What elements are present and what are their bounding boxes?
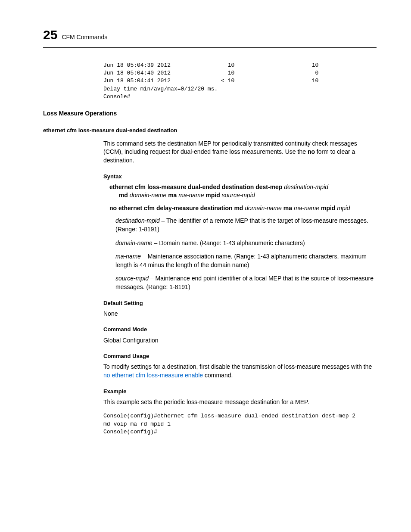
- syntax-heading: Syntax: [103, 173, 377, 180]
- parameter-list: destination-mpid – The identifier of a r…: [115, 217, 377, 291]
- syntax-bold: md: [119, 192, 130, 199]
- usage-heading: Command Usage: [103, 352, 377, 360]
- syntax-italic: domain-name: [130, 192, 167, 199]
- syntax-italic: ma-name: [178, 192, 204, 199]
- syntax-bold: ma: [166, 192, 178, 199]
- chapter-title: CFM Commands: [62, 33, 107, 42]
- param-desc: – Maintenance association name. (Range: …: [115, 253, 367, 268]
- param-name: ma-name: [115, 253, 141, 260]
- default-heading: Default Setting: [103, 299, 377, 307]
- param-destination-mpid: destination-mpid – The identifier of a r…: [115, 217, 377, 233]
- intro-paragraph: This command sets the destination MEP fo…: [103, 140, 377, 165]
- param-ma-name: ma-name – Maintenance association name. …: [115, 252, 377, 269]
- syntax-2: no ethernet cfm delay-measure destinatio…: [115, 204, 377, 213]
- section-heading-loss: Loss Measure Operations: [43, 109, 377, 118]
- param-source-mpid: source-mpid – Maintenance end point iden…: [115, 274, 377, 291]
- page-header: 25 CFM Commands: [43, 26, 377, 48]
- command-body: This command sets the destination MEP fo…: [103, 140, 377, 407]
- param-name: domain-name: [115, 240, 153, 246]
- example-heading: Example: [103, 388, 377, 395]
- param-name: destination-mpid: [115, 217, 160, 224]
- syntax-1: ethernet cfm loss-measure dual-ended des…: [115, 183, 377, 200]
- syntax-bold: mpid: [319, 205, 337, 212]
- syntax-bold: no ethernet cfm delay-measure destinatio…: [109, 205, 245, 212]
- usage-text-2: command.: [203, 372, 233, 379]
- example-paragraph: This example sets the periodic loss-meas…: [103, 398, 377, 407]
- syntax-bold: mpid: [204, 192, 221, 199]
- syntax-italic: source-mpid: [222, 192, 255, 199]
- console-output-1: Jun 18 05:04:39 2012 10 10 Jun 18 05:04:…: [103, 62, 377, 101]
- param-domain-name: domain-name – Domain name. (Range: 1-43 …: [115, 239, 377, 248]
- syntax-italic: destination-mpid: [284, 184, 328, 190]
- syntax-italic: mpid: [337, 205, 350, 212]
- param-desc: – Domain name. (Range: 1-43 alphanumeric…: [153, 240, 305, 246]
- chapter-number: 25: [43, 26, 57, 44]
- param-name: source-mpid: [115, 275, 149, 282]
- console-output-2: Console(config)#ethernet cfm loss-measur…: [103, 412, 377, 436]
- usage-paragraph: To modify settings for a destination, fi…: [103, 363, 377, 380]
- intro-no: no: [308, 148, 315, 155]
- usage-text-1: To modify settings for a destination, fi…: [103, 363, 372, 370]
- usage-link[interactable]: no ethernet cfm loss-measure enable: [103, 372, 203, 379]
- mode-heading: Command Mode: [103, 326, 377, 333]
- syntax-italic: ma-name: [294, 205, 319, 212]
- default-value: None: [103, 310, 377, 318]
- syntax-bold: ethernet cfm loss-measure dual-ended des…: [109, 184, 284, 190]
- param-desc: – Maintenance end point identifier of a …: [115, 275, 374, 290]
- syntax-bold: ma: [282, 205, 294, 212]
- command-heading: ethernet cfm loss-measure dual-ended des…: [43, 127, 377, 134]
- mode-value: Global Configuration: [103, 336, 377, 345]
- syntax-italic: domain-name: [245, 205, 282, 212]
